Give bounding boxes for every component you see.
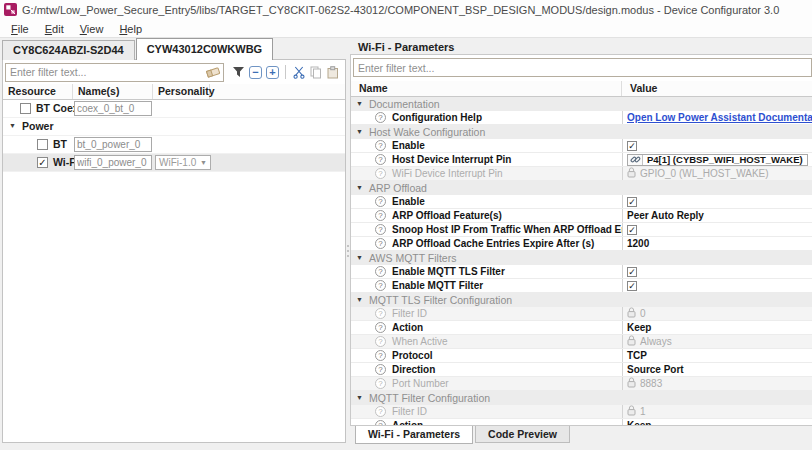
resource-enable-checkbox[interactable]: ✓ — [37, 157, 48, 168]
parameter-row[interactable]: ?DirectionSource Port — [351, 363, 812, 377]
parameter-group-row[interactable]: ▼ARP Offload — [351, 181, 812, 195]
help-question-icon: ? — [375, 112, 386, 123]
chevron-down-icon: ▼ — [200, 159, 207, 166]
help-question-icon: ? — [375, 420, 386, 425]
help-question-icon: ? — [375, 196, 386, 207]
locked-value: Always — [640, 336, 672, 347]
resource-enable-checkbox[interactable] — [20, 103, 31, 114]
parameter-group-row[interactable]: ▼Host Wake Configuration — [351, 125, 812, 139]
expand-all-icon[interactable]: + — [264, 64, 281, 81]
parameter-row[interactable]: ?Snoop Host IP From Traffic When ARP Off… — [351, 223, 812, 237]
help-question-icon: ? — [375, 280, 386, 291]
parameter-row[interactable]: ?Enable✓ — [351, 139, 812, 153]
parameter-label: Filter ID — [392, 308, 427, 319]
resource-group-row[interactable]: ▼Power — [3, 118, 345, 136]
device-tab[interactable]: CYW43012C0WKWBG — [136, 38, 274, 60]
parameter-table-body: ▼Documentation?Configuration HelpOpen Lo… — [351, 97, 812, 425]
parameter-label: ARP Offload Feature(s) — [392, 210, 502, 221]
value-checkbox[interactable]: ✓ — [627, 281, 637, 291]
resource-name-input[interactable] — [74, 155, 152, 170]
collapse-arrow-icon[interactable]: ▼ — [356, 128, 363, 135]
bottom-tab[interactable]: Wi-Fi - Parameters — [355, 426, 473, 444]
pin-selector[interactable]: P4[1] (CYBSP_WIFI_HOST_WAKE) — [627, 154, 808, 166]
documentation-link[interactable]: Open Low Power Assistant Documentation — [627, 112, 812, 123]
clear-filter-eraser-icon[interactable] — [206, 66, 221, 80]
device-tabs: CY8C624ABZI-S2D44CYW43012C0WKWBG — [2, 38, 274, 60]
collapse-all-icon[interactable]: − — [247, 64, 264, 81]
parameter-row[interactable]: ?Enable MQTT Filter✓ — [351, 279, 812, 293]
menu-file[interactable]: File — [3, 23, 37, 35]
help-question-icon: ? — [375, 322, 386, 333]
paste-icon[interactable] — [324, 64, 341, 81]
parameter-row[interactable]: ?ActionKeep — [351, 419, 812, 425]
parameter-label: Enable — [392, 196, 425, 207]
resource-filter-input[interactable] — [5, 63, 224, 82]
parameter-filter-input[interactable] — [353, 58, 812, 77]
value-text[interactable]: 1200 — [627, 238, 649, 249]
parameter-row[interactable]: ?ProtocolTCP — [351, 349, 812, 363]
parameter-row[interactable]: ?Host Device Interrupt PinP4[1] (CYBSP_W… — [351, 153, 812, 167]
collapse-arrow-icon[interactable]: ▼ — [356, 296, 363, 303]
collapse-arrow-icon[interactable]: ▼ — [9, 122, 16, 129]
value-text[interactable]: Peer Auto Reply — [627, 210, 704, 221]
parameter-row[interactable]: ?Enable✓ — [351, 195, 812, 209]
collapse-arrow-icon[interactable]: ▼ — [356, 394, 363, 401]
help-question-icon: ? — [375, 238, 386, 249]
help-question-icon: ? — [375, 364, 386, 375]
resource-name-input[interactable] — [74, 101, 152, 116]
pin-value: P4[1] (CYBSP_WIFI_HOST_WAKE) — [643, 154, 807, 165]
parameter-row[interactable]: ?Filter ID1 — [351, 405, 812, 419]
copy-icon[interactable] — [307, 64, 324, 81]
value-checkbox[interactable]: ✓ — [627, 225, 637, 235]
parameter-row[interactable]: ?Port Number8883 — [351, 377, 812, 391]
personality-select[interactable]: WiFi-1.0▼ — [155, 155, 211, 170]
menu-view[interactable]: View — [72, 23, 112, 35]
parameter-label: Action — [392, 420, 423, 425]
collapse-arrow-icon[interactable]: ▼ — [356, 254, 363, 261]
parameter-group-row[interactable]: ▼MQTT Filter Configuration — [351, 391, 812, 405]
parameter-row[interactable]: ?Enable MQTT TLS Filter✓ — [351, 265, 812, 279]
parameter-row[interactable]: ?ARP Offload Cache Entries Expire After … — [351, 237, 812, 251]
menu-help[interactable]: Help — [111, 23, 150, 35]
parameter-row[interactable]: ?When ActiveAlways — [351, 335, 812, 349]
resource-name-input[interactable] — [74, 137, 152, 152]
menu-edit[interactable]: Edit — [37, 23, 72, 35]
resource-row[interactable]: BT Coex — [3, 100, 345, 118]
value-checkbox[interactable]: ✓ — [627, 141, 637, 151]
parameter-group-row[interactable]: ▼MQTT TLS Filter Configuration — [351, 293, 812, 307]
parameter-row[interactable]: ?Configuration HelpOpen Low Power Assist… — [351, 111, 812, 125]
parameter-row[interactable]: ?Filter ID0 — [351, 307, 812, 321]
value-text[interactable]: Keep — [627, 420, 651, 425]
bottom-tabs: Wi-Fi - ParametersCode Preview — [350, 426, 812, 444]
collapse-arrow-icon[interactable]: ▼ — [356, 184, 363, 191]
value-checkbox[interactable]: ✓ — [627, 197, 637, 207]
parameter-row[interactable]: ?WiFi Device Interrupt PinGPIO_0 (WL_HOS… — [351, 167, 812, 181]
chain-link-icon[interactable] — [628, 155, 643, 165]
parameter-label: Enable — [392, 140, 425, 151]
parameter-row[interactable]: ?ARP Offload Feature(s)Peer Auto Reply — [351, 209, 812, 223]
parameter-row[interactable]: ?ActionKeep — [351, 321, 812, 335]
resource-enable-checkbox[interactable] — [37, 139, 48, 150]
parameter-group-row[interactable]: ▼Documentation — [351, 97, 812, 111]
resources-toolbar: −+ — [3, 60, 345, 84]
collapse-arrow-icon[interactable]: ▼ — [356, 100, 363, 107]
bottom-tab[interactable]: Code Preview — [475, 426, 570, 443]
filter-funnel-icon[interactable] — [230, 64, 247, 81]
column-header: Resource — [3, 84, 73, 99]
device-tab[interactable]: CY8C624ABZI-S2D44 — [2, 40, 135, 60]
value-text[interactable]: Keep — [627, 322, 651, 333]
parameter-label: Host Device Interrupt Pin — [392, 154, 511, 165]
resource-row[interactable]: ✓Wi-FiWiFi-1.0▼ — [3, 154, 345, 172]
toolbar-icons: −+ — [230, 64, 341, 81]
locked-value: 1 — [640, 406, 646, 417]
parameter-label: Filter ID — [392, 406, 427, 417]
value-text[interactable]: TCP — [627, 350, 647, 361]
cut-icon[interactable] — [290, 64, 307, 81]
parameter-group-row[interactable]: ▼AWS MQTT Filters — [351, 251, 812, 265]
value-checkbox[interactable]: ✓ — [627, 267, 637, 277]
parameter-label: Enable MQTT TLS Filter — [392, 266, 505, 277]
resource-row[interactable]: BT — [3, 136, 345, 154]
resource-table-body: BT Coex▼PowerBT✓Wi-FiWiFi-1.0▼ — [3, 100, 345, 442]
value-text[interactable]: Source Port — [627, 364, 684, 375]
help-question-icon: ? — [375, 336, 386, 347]
